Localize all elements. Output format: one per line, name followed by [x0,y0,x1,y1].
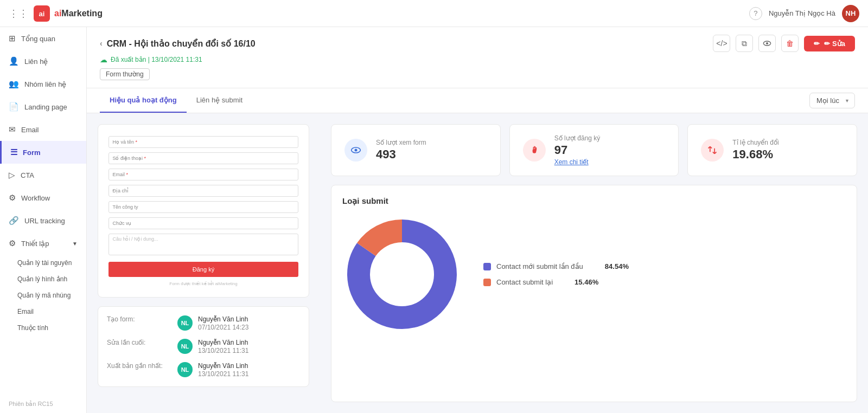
views-value: 493 [376,147,426,162]
email-icon: ✉ [9,125,16,134]
main-content: ‹ CRM - Hội thảo chuyển đổi số 16/10 </>… [87,27,868,413]
meta-published-info: Nguyễn Văn Linh 13/10/2021 11:31 [198,362,248,378]
tabs: Hiệu quả hoạt động Liên hệ submit [100,88,252,113]
signups-detail-link[interactable]: Xem chi tiết [554,158,601,166]
stat-card-conversion: Tỉ lệ chuyển đổi 19.68% [687,124,857,176]
sidebar-sub-item-hinh-anh[interactable]: Quản lý hình ảnh [9,271,86,287]
form-icon: ☰ [10,147,17,157]
sidebar-sub-item-ma-nhung[interactable]: Quản lý mã nhúng [9,287,86,304]
meta-section: Tạo form: NL Nguyễn Văn Linh 07/10/2021 … [98,306,309,387]
sidebar-item-lien-he[interactable]: 👤 Liên hệ [0,50,86,73]
legend-label-resubmit: Contact submit lại [496,278,553,286]
grid-icon[interactable]: ⋮⋮ [9,8,28,20]
filter-select[interactable]: Mọi lúc [809,93,855,108]
cloud-icon: ☁ [100,55,107,64]
stat-signups-info: Số lượt đăng ký 97 Xem chi tiết [554,134,601,166]
form-preview-inner: Họ và tên * Số điện thoại * Email * Địa … [108,136,298,286]
donut-chart [342,215,462,334]
page-title-text: CRM - Hội thảo chuyển đổi số 16/10 [107,38,256,49]
legend-dot-resubmit [483,279,491,286]
tab-filter: Mọi lúc [809,93,855,108]
meta-edited-label: Sửa lần cuối: [107,339,172,346]
group-icon: 👥 [9,79,19,89]
layout: ⊞ Tổng quan 👤 Liên hệ 👥 Nhóm liên hệ 📄 L… [0,27,868,413]
form-field-chuc-vu: Chức vụ [108,217,298,229]
stat-conversion-info: Tỉ lệ chuyển đổi 19.68% [732,139,778,162]
sidebar-sub-item-thuoc-tinh[interactable]: Thuộc tính [9,320,86,336]
preview-icon[interactable] [758,35,776,52]
sidebar-item-form[interactable]: ☰ Form [0,141,86,164]
topbar-left: ⋮⋮ ai aiMarketing [9,5,103,22]
sidebar: ⊞ Tổng quan 👤 Liên hệ 👥 Nhóm liên hệ 📄 L… [0,27,87,413]
sidebar-sub-item-email[interactable]: Email [9,304,86,320]
form-type-tag: Form thường [100,68,150,80]
cta-icon: ▷ [9,170,15,180]
logo-svg: ai [34,5,50,22]
conversion-value: 19.68% [732,147,778,162]
help-icon[interactable]: ? [749,7,762,20]
copy-icon[interactable]: ⧉ [736,35,753,52]
svg-point-5 [355,149,358,152]
tab-lien-he-submit[interactable]: Liên hệ submit [187,88,252,113]
signups-value: 97 [554,143,601,157]
form-submit-btn[interactable]: Đăng ký [108,262,298,277]
form-footer: Form được thiết kế bởi aiMarketing [108,281,298,286]
meta-published-time: 13/10/2021 11:31 [198,370,248,378]
right-panel: Số lượt xem form 493 Số lượt đăng ký 97 … [320,113,868,413]
user-name: Nguyễn Thị Ngọc Hà [769,9,835,17]
legend-item-new: Contact mới submit lần đầu 84.54% [483,262,629,270]
published-row: ☁ Đã xuất bản | 13/10/2021 11:31 [100,55,855,64]
stat-card-signups: Số lượt đăng ký 97 Xem chi tiết [509,124,679,176]
sidebar-item-nhom-lien-he[interactable]: 👥 Nhóm liên hệ [0,73,86,95]
sidebar-item-workflow[interactable]: ⚙ Workflow [0,186,86,209]
meta-created-label: Tạo form: [107,315,172,323]
sidebar-item-url-tracking[interactable]: 🔗 URL tracking [0,209,86,232]
meta-edited-time: 13/10/2021 11:31 [198,347,248,354]
svg-point-8 [372,244,432,304]
form-field-ho-ten: Họ và tên * [108,136,298,148]
meta-created-time: 07/10/2021 14:23 [198,324,248,331]
meta-published-row: Xuất bản gần nhất: NL Nguyễn Văn Linh 13… [107,362,300,378]
sidebar-item-email[interactable]: ✉ Email [0,118,86,141]
form-preview: Họ và tên * Số điện thoại * Email * Địa … [98,124,309,298]
legend-label-new: Contact mới submit lần đầu [496,262,583,270]
contact-icon: 👤 [9,56,19,66]
legend-pct-resubmit: 15.46% [575,278,598,286]
chart-title: Loại submit [342,196,846,206]
edit-icon: ✏ [814,40,820,48]
topbar: ⋮⋮ ai aiMarketing ? Nguyễn Thị Ngọc Hà N… [0,0,868,27]
tab-hieu-qua[interactable]: Hiệu quả hoạt động [100,88,187,113]
form-field-dia-chi: Địa chỉ [108,185,298,197]
legend-pct-new: 84.54% [605,262,629,270]
sidebar-item-landing-page[interactable]: 📄 Landing page [0,95,86,118]
conversion-label: Tỉ lệ chuyển đổi [732,139,778,146]
sidebar-item-tong-quan[interactable]: ⊞ Tổng quan [0,27,86,50]
donut-svg [342,215,462,334]
page-title: ‹ CRM - Hội thảo chuyển đổi số 16/10 [100,38,256,49]
conversion-icon-wrap [701,139,724,162]
stat-card-views: Số lượt xem form 493 [331,124,501,176]
meta-published-label: Xuất bản gần nhất: [107,362,172,370]
meta-published-person: Nguyễn Văn Linh [198,362,248,370]
edit-button[interactable]: ✏ ✏ Sửa [804,36,855,51]
sidebar-item-cta[interactable]: ▷ CTA [0,164,86,186]
views-icon-wrap [344,139,367,162]
page-actions: </> ⧉ 🗑 ✏ ✏ Sửa [713,35,855,52]
code-icon[interactable]: </> [713,35,730,52]
hand-icon [529,145,540,156]
avatar: NH [842,5,859,22]
form-textarea: Câu hỏi / Nội dung... [108,234,298,255]
stat-views-info: Số lượt xem form 493 [376,139,426,162]
settings-icon: ⚙ [9,238,16,248]
delete-icon[interactable]: 🗑 [781,35,799,52]
page-title-row: ‹ CRM - Hội thảo chuyển đổi số 16/10 </>… [100,35,855,52]
page-header: ‹ CRM - Hội thảo chuyển đổi số 16/10 </>… [87,27,868,88]
sidebar-sub-item-tai-nguyen[interactable]: Quản lý tài nguyên [9,255,86,271]
filter-select-wrapper: Mọi lúc [809,93,855,108]
legend-item-resubmit: Contact submit lại 15.46% [483,278,629,286]
chevron-down-icon: ▼ [72,241,78,247]
chart-body: Contact mới submit lần đầu 84.54% Contac… [342,215,846,334]
sidebar-item-thiet-lap[interactable]: ⚙ Thiết lập ▼ [0,232,86,255]
app-name: aiMarketing [54,9,103,18]
back-button[interactable]: ‹ [100,39,103,48]
